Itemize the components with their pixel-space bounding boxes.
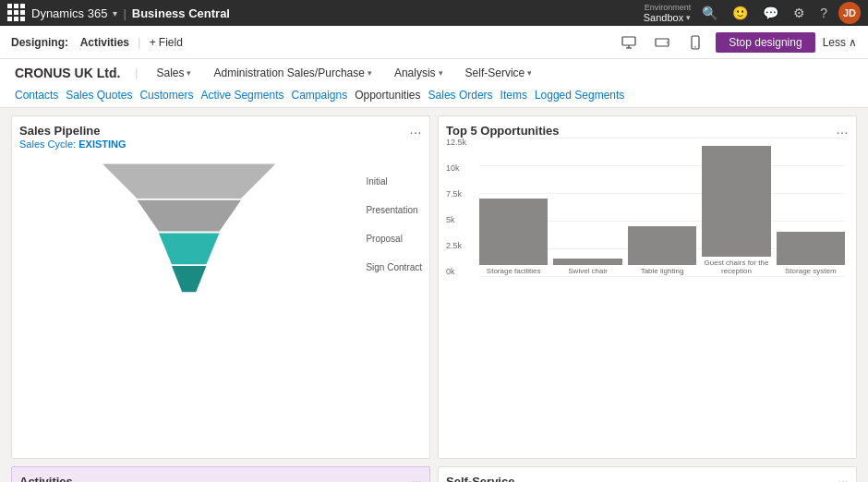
design-bar-left: Designing: Activities | + Field — [11, 36, 601, 49]
avatar[interactable]: JD — [838, 2, 861, 24]
svg-marker-9 — [159, 233, 220, 264]
y-label-1: 2.5k — [446, 241, 476, 250]
feedback-icon[interactable]: 🙂 — [729, 4, 752, 22]
environment-selector[interactable]: Environment Sandbox ▾ — [644, 3, 691, 23]
y-label-2: 5k — [446, 215, 476, 224]
grid-line-bottom — [479, 276, 845, 277]
waffle-icon[interactable] — [7, 4, 26, 22]
designing-value: Activities — [80, 36, 129, 49]
top5-opportunities-card: Top 5 Opportunities … 0k 2.5k 5k 7.5k 10… — [438, 115, 857, 459]
svg-marker-10 — [172, 266, 207, 292]
desktop-view-button[interactable] — [616, 31, 642, 54]
environment-label: Environment — [645, 3, 692, 12]
bar-storage-system-bar — [777, 232, 845, 265]
self-service-title: Self-Service — [446, 475, 514, 482]
environment-chevron: ▾ — [686, 13, 691, 22]
subnav-active-segments[interactable]: Active Segments — [200, 85, 291, 107]
settings-icon[interactable]: ⚙ — [790, 4, 809, 22]
sales-pipeline-menu[interactable]: … — [409, 122, 422, 137]
y-label-0: 0k — [446, 267, 476, 276]
cycle-label[interactable]: Sales Cycle: EXISTING — [19, 138, 422, 151]
bar-label-1: Swivel chair — [568, 267, 608, 276]
bar-label-3: Guest chairs for the reception — [702, 259, 770, 276]
subnav-items[interactable]: Items — [500, 85, 535, 107]
analysis-chevron-icon: ▾ — [439, 68, 443, 78]
bottom-row: Activities … CONTACTS CONTACTS - COMPANI… — [0, 466, 868, 482]
avatar-initials: JD — [843, 7, 856, 18]
svg-rect-0 — [622, 37, 635, 45]
bar-storage-system[interactable]: Storage system — [777, 138, 845, 276]
funnel-label-initial: Initial — [366, 176, 422, 187]
y-label-4: 10k — [446, 163, 476, 173]
svg-point-6 — [695, 46, 696, 47]
bar-swivel-chair-bar — [553, 259, 621, 266]
self-service-card: Self-Service … TIME SHEETS PENDING TIME … — [438, 466, 857, 482]
top-bar-left: Dynamics 365 ▾ | Business Central — [7, 4, 640, 22]
self-service-chevron-icon: ▾ — [527, 68, 532, 78]
designing-label: Designing: — [11, 36, 75, 49]
company-sep: | — [135, 66, 138, 79]
plus-icon: + — [150, 36, 156, 49]
help-icon[interactable]: ? — [816, 4, 831, 22]
stop-designing-button[interactable]: Stop designing — [716, 32, 814, 53]
field-button[interactable]: + Field — [150, 36, 183, 49]
funnel-svg — [19, 155, 358, 294]
desktop-icon — [621, 36, 636, 49]
mobile-view-button[interactable] — [682, 31, 708, 54]
app-name-chevron[interactable]: ▾ — [113, 8, 117, 18]
bar-content: Storage facilities Swivel chair Table li… — [479, 138, 845, 276]
bar-storage-facilities[interactable]: Storage facilities — [479, 138, 548, 276]
top-navigation-bar: Dynamics 365 ▾ | Business Central Enviro… — [0, 0, 868, 26]
top5-menu[interactable]: … — [836, 122, 849, 137]
bar-guest-chairs[interactable]: Guest chairs for the reception — [702, 138, 770, 276]
bar-chart: 0k 2.5k 5k 7.5k 10k 12.5k Storage facili… — [446, 138, 849, 295]
top-bar-right: Environment Sandbox ▾ 🔍 🙂 💬 ⚙ ? JD — [644, 2, 861, 24]
app-name: Dynamics 365 — [31, 6, 107, 20]
design-bar-right: Stop designing Less ∧ — [616, 31, 857, 54]
main-content-top: Sales Pipeline … Sales Cycle: EXISTING I… — [0, 108, 868, 466]
nav-analysis[interactable]: Analysis ▾ — [391, 65, 447, 81]
sales-pipeline-card: Sales Pipeline … Sales Cycle: EXISTING I… — [11, 115, 430, 459]
search-icon[interactable]: 🔍 — [698, 4, 721, 22]
environment-value: Sandbox — [644, 12, 683, 23]
nav-sales[interactable]: Sales ▾ — [152, 65, 195, 81]
bar-swivel-chair[interactable]: Swivel chair — [553, 138, 621, 276]
svg-marker-8 — [137, 200, 241, 232]
tablet-landscape-button[interactable] — [649, 31, 675, 54]
activities-menu[interactable]: … — [411, 473, 422, 482]
company-nav-row: CRONUS UK Ltd. | Sales ▾ Administration … — [15, 65, 853, 81]
less-button[interactable]: Less ∧ — [823, 36, 857, 49]
sales-chevron-icon: ▾ — [187, 68, 191, 78]
subnav-contacts[interactable]: Contacts — [15, 85, 66, 107]
design-sep: | — [135, 36, 144, 49]
nav-admin[interactable]: Administration Sales/Purchase ▾ — [210, 65, 375, 81]
bar-table-lighting[interactable]: Table lighting — [628, 138, 696, 276]
bar-label-0: Storage facilities — [487, 267, 541, 276]
nav-self-service[interactable]: Self-Service ▾ — [462, 65, 536, 81]
design-bar: Designing: Activities | + Field Stop des… — [0, 26, 868, 59]
bar-label-2: Table lighting — [641, 267, 684, 276]
self-service-menu[interactable]: … — [838, 473, 849, 482]
app-subtitle: Business Central — [132, 6, 230, 20]
company-header: CRONUS UK Ltd. | Sales ▾ Administration … — [0, 59, 868, 108]
svg-marker-7 — [102, 163, 276, 199]
subnav-logged-segments[interactable]: Logged Segments — [535, 85, 632, 107]
sub-navigation: Contacts Sales Quotes Customers Active S… — [15, 85, 853, 107]
subnav-sales-quotes[interactable]: Sales Quotes — [66, 85, 139, 107]
sales-pipeline-title: Sales Pipeline — [19, 124, 100, 138]
subnav-opportunities[interactable]: Opportunities — [355, 85, 428, 107]
funnel-labels: Initial Presentation Proposal Sign Contr… — [366, 176, 422, 272]
subnav-customers[interactable]: Customers — [139, 85, 200, 107]
bar-table-lighting-bar — [628, 226, 696, 265]
bar-label-4: Storage system — [785, 267, 837, 276]
bar-guest-chairs-bar — [702, 146, 770, 257]
subnav-campaigns[interactable]: Campaigns — [291, 85, 355, 107]
activities-title: Activities — [19, 475, 73, 482]
admin-chevron-icon: ▾ — [368, 68, 372, 78]
chat-icon[interactable]: 💬 — [759, 4, 782, 22]
less-chevron-icon: ∧ — [849, 36, 857, 49]
tablet-landscape-icon — [655, 36, 669, 49]
subnav-sales-orders[interactable]: Sales Orders — [428, 85, 500, 107]
bar-y-axis: 0k 2.5k 5k 7.5k 10k 12.5k — [446, 138, 476, 276]
y-label-3: 7.5k — [446, 189, 476, 199]
